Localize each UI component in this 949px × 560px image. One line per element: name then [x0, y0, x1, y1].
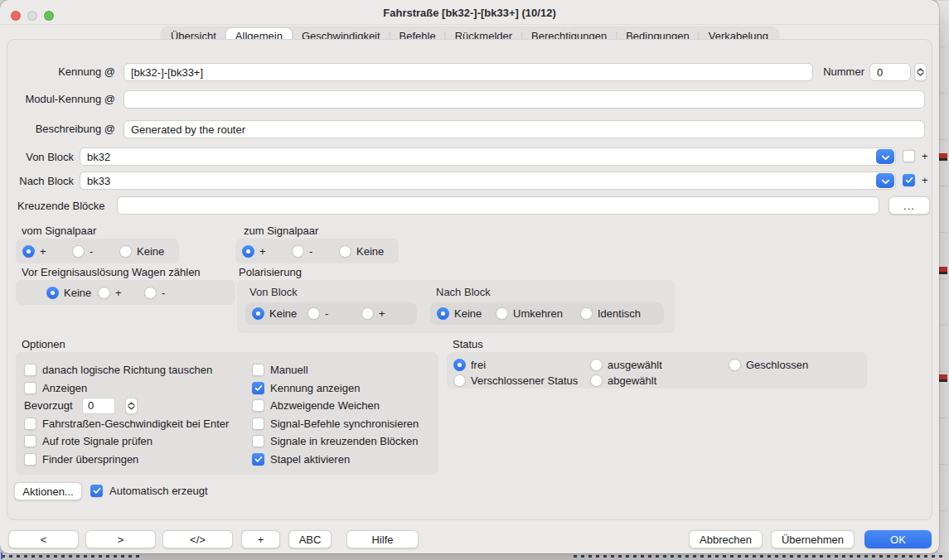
radio-icon [453, 374, 466, 387]
radio-option-geschlossen[interactable]: Geschlossen [729, 359, 867, 371]
radio-option-minus[interactable]: - [307, 307, 361, 320]
nach-block-plus-label: + [922, 174, 928, 187]
radio-option-keine[interactable]: Keine [46, 287, 98, 299]
nummer-input[interactable]: 0 [869, 63, 911, 81]
uebernehmen-button[interactable]: Übernehmen [771, 530, 855, 548]
radio-icon [307, 307, 320, 320]
radio-option-keine[interactable]: Keine [339, 245, 384, 258]
kennung-label: Kennung @ [7, 65, 115, 79]
checkbox-fahrstra-en-geschwindigkeit-bei-enter[interactable]: Fahrstraßen-Geschwindigkeit bei Enter [24, 415, 229, 433]
kennung-input[interactable]: [bk32-]-[bk33+] [123, 63, 813, 81]
radio-option-label: - [309, 245, 312, 258]
checkbox-icon [252, 418, 264, 430]
radio-option-abgew-hlt[interactable]: abgewählt [590, 374, 729, 387]
bevorzugt-stepper[interactable] [125, 398, 138, 414]
wagen-zaehlen-label: Vor Ereignisauslösung Wagen zählen [22, 266, 201, 279]
radio-option-plus[interactable]: + [98, 287, 144, 299]
abbrechen-button[interactable]: Abbrechen [689, 530, 763, 548]
zum-signalpaar-radios: +-Keine [235, 239, 399, 263]
nav-button-prev[interactable]: < [8, 530, 79, 548]
radio-option-plus[interactable]: + [22, 245, 72, 258]
checkbox-label: Manuell [270, 364, 308, 376]
nummer-stepper[interactable] [914, 63, 927, 81]
checkbox-stapel-aktivieren[interactable]: Stapel aktivieren [252, 451, 419, 469]
radio-option-label: Identisch [598, 307, 641, 320]
radio-option-minus[interactable]: - [292, 245, 339, 258]
beschreibung-input[interactable]: Generated by the router [123, 120, 925, 138]
radio-option-frei[interactable]: frei [453, 359, 590, 371]
von-block-value: bk32 [87, 151, 110, 163]
checkbox-manuell[interactable]: Manuell [252, 361, 419, 379]
radio-option-keine[interactable]: Keine [119, 245, 164, 258]
nach-block-combo[interactable]: bk33 [80, 171, 896, 190]
radio-option-minus[interactable]: - [144, 287, 165, 299]
check-icon [93, 485, 101, 497]
checkbox-label: Finder überspringen [42, 453, 138, 466]
modul-kennung-input[interactable] [123, 90, 925, 109]
radio-option-label: abgewählt [608, 374, 656, 387]
polarisierung-von-block-radios: Keine-+ [245, 302, 417, 325]
checkbox-icon [24, 364, 36, 376]
chevron-down-icon [881, 151, 890, 163]
checkbox-icon [252, 453, 264, 466]
checkbox-auf-rote-signale-pr-fen[interactable]: Auf rote Signale prüfen [24, 432, 229, 451]
bevorzugt-input[interactable]: 0 [82, 398, 115, 414]
checkbox-signale-in-kreuzenden-bl-cken[interactable]: Signale in kreuzenden Blöcken [252, 432, 419, 451]
nav-button-next[interactable]: > [85, 530, 156, 548]
radio-option-umkehren[interactable]: Umkehren [496, 307, 580, 320]
polarisierung-label: Polarisierung [239, 266, 302, 279]
radio-option-label: Keine [64, 287, 91, 299]
stepper-down-button[interactable] [128, 406, 135, 410]
checkbox-signal-befehle-synchronisieren[interactable]: Signal-Befehle synchronisieren [252, 415, 419, 433]
radio-option-minus[interactable]: - [72, 245, 119, 258]
status-group: freiausgewähltGeschlossen Verschlossener… [447, 352, 867, 389]
radio-option-keine[interactable]: Keine [252, 307, 307, 320]
radio-option-plus[interactable]: + [242, 245, 292, 258]
nav-button-code[interactable]: </> [162, 530, 233, 548]
von-block-dropdown-button[interactable] [876, 149, 894, 164]
radio-option-ausgew-hlt[interactable]: ausgewählt [590, 359, 729, 371]
nach-block-dropdown-button[interactable] [876, 173, 894, 188]
checkbox-label: Abzweigende Weichen [270, 399, 380, 412]
kreuzende-bloecke-input[interactable] [117, 196, 879, 215]
status-label: Status [453, 338, 483, 351]
ok-button[interactable]: OK [864, 530, 932, 548]
checkbox-finder-berspringen[interactable]: Finder überspringen [24, 451, 229, 469]
checkbox-kennung-anzeigen[interactable]: Kennung anzeigen [252, 379, 419, 398]
von-block-combo[interactable]: bk32 [80, 147, 896, 166]
radio-option-label: Geschlossen [746, 359, 808, 371]
radio-option-verschlossener-status[interactable]: Verschlossener Status [453, 374, 590, 387]
aktionen-button[interactable]: Aktionen... [14, 482, 82, 500]
radio-option-label: Keine [454, 307, 482, 320]
radio-icon [242, 245, 254, 258]
checkbox-label: Fahrstraßen-Geschwindigkeit bei Enter [42, 418, 229, 430]
radio-option-label: + [115, 287, 122, 299]
polarisierung-nach-block-label: Nach Block [436, 286, 491, 299]
nav-button-hilfe[interactable]: Hilfe [346, 530, 419, 548]
checkbox-danach-logische-richtung-tauschen[interactable]: danach logische Richtung tauschen [24, 361, 229, 379]
checkbox-abzweigende-weichen[interactable]: Abzweigende Weichen [252, 397, 419, 415]
kreuzende-bloecke-label: Kreuzende Blöcke [17, 200, 105, 213]
nav-button-plus[interactable]: + [241, 530, 280, 548]
nav-button-abc[interactable]: ABC [288, 530, 332, 548]
background-track-marks [574, 555, 942, 558]
automatisch-erzeugt-checkbox[interactable] [90, 485, 103, 497]
radio-option-identisch[interactable]: Identisch [580, 307, 641, 320]
nach-block-plus-checkbox[interactable] [903, 174, 915, 186]
radio-option-keine[interactable]: Keine [437, 307, 496, 320]
radio-option-label: Umkehren [513, 307, 563, 320]
radio-icon [98, 287, 110, 299]
checkbox-anzeigen[interactable]: Anzeigen [24, 379, 229, 398]
kreuzende-bloecke-browse-button[interactable]: ... [888, 196, 930, 215]
polarisierung-von-block-label: Von Block [249, 286, 298, 299]
stepper-down-button[interactable] [917, 72, 924, 76]
nach-block-value: bk33 [87, 175, 110, 187]
bevorzugt-label: Bevorzugt [24, 399, 76, 412]
von-block-plus-checkbox[interactable] [903, 150, 915, 162]
radio-option-label: frei [471, 359, 486, 371]
bevorzugt-row: Bevorzugt0 [24, 397, 229, 415]
radio-icon [119, 245, 132, 258]
radio-option-plus[interactable]: + [361, 307, 385, 320]
checkbox-icon [252, 435, 264, 447]
zum-signalpaar-label: zum Signalpaar [244, 224, 318, 238]
